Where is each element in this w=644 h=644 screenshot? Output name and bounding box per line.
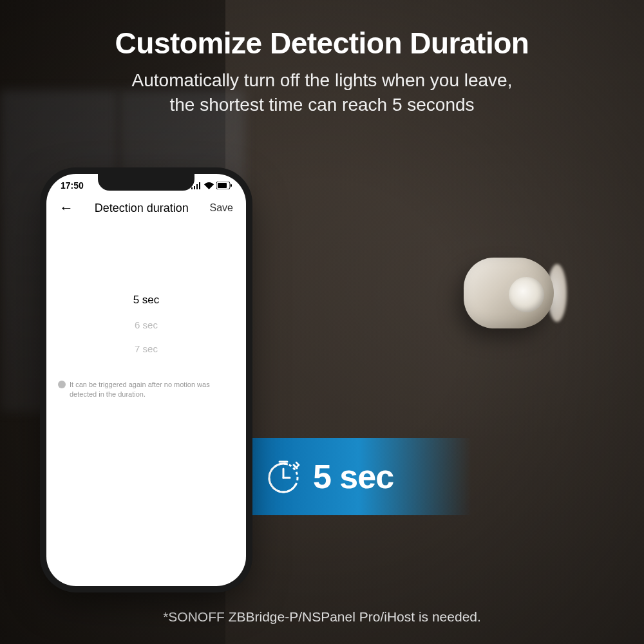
headline: Customize Detection Duration [0,26,644,61]
save-button[interactable]: Save [210,202,233,214]
help-text-row: It can be triggered again after no motio… [46,361,246,419]
picker-option[interactable]: 6 sec [46,313,246,337]
duration-picker[interactable]: 5 sec 6 sec 7 sec [46,287,246,361]
svg-rect-1 [218,183,227,188]
status-icons [191,182,232,189]
phone-mockup: 17:50 ← Detection duration Save 5 sec 6 … [46,174,246,586]
footer-note: *SONOFF ZBBridge-P/NSPanel Pro/iHost is … [0,609,644,625]
duration-callout: 5 sec [246,438,471,515]
nav-bar: ← Detection duration Save [46,193,246,223]
phone-notch [98,174,194,191]
sensor-lens [509,277,544,312]
svg-rect-2 [231,184,232,187]
help-text-label: It can be triggered again after no motio… [70,380,234,400]
marketing-header: Customize Detection Duration Automatical… [0,26,644,117]
battery-icon [216,182,232,189]
wifi-icon [204,182,214,189]
callout-value: 5 sec [313,457,393,496]
screen-title: Detection duration [95,202,189,215]
subheadline: Automatically turn off the lights when y… [0,68,644,117]
status-time: 17:50 [61,180,84,191]
picker-option[interactable]: 7 sec [46,337,246,361]
timer-icon [265,459,301,495]
back-arrow-icon[interactable]: ← [59,200,73,216]
info-icon [58,381,66,388]
picker-selected-value[interactable]: 5 sec [46,287,246,313]
